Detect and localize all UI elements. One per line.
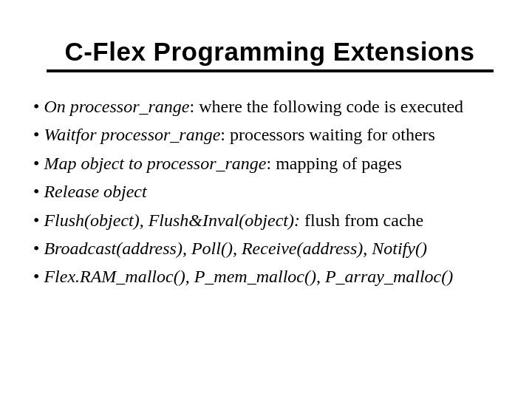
list-item: Flush(object), Flush&Inval(object): flus… <box>33 208 510 232</box>
list-item: Map object to processor_range: mapping o… <box>33 151 510 175</box>
bullet-emph: Release object <box>44 182 146 201</box>
bullet-text: : mapping of pages <box>266 154 401 173</box>
bullet-text: flush from cache <box>300 211 423 230</box>
bullet-text: : where the following code is executed <box>190 97 464 116</box>
list-item: Broadcast(address), Poll(), Receive(addr… <box>33 236 510 260</box>
bullet-emph: Flex.RAM_malloc(), P_mem_malloc(), P_arr… <box>44 267 453 286</box>
list-item: Release object <box>33 180 510 203</box>
bullet-emph: Map object to processor_range <box>44 154 266 173</box>
title-underline <box>47 69 494 72</box>
slide: C-Flex Programming Extensions On process… <box>0 0 532 399</box>
bullet-emph: Broadcast(address), Poll(), Receive(addr… <box>44 239 427 258</box>
list-item: On processor_range: where the following … <box>33 95 510 118</box>
bullet-list: On processor_range: where the following … <box>33 95 510 289</box>
bullet-emph: Waitfor processor_range <box>44 125 220 144</box>
bullet-emph: On processor_range <box>44 97 189 116</box>
list-item: Flex.RAM_malloc(), P_mem_malloc(), P_arr… <box>33 265 510 288</box>
bullet-emph: Flush(object), Flush&Inval(object): <box>44 211 300 230</box>
page-title: C-Flex Programming Extensions <box>30 37 510 66</box>
bullet-text: : processors waiting for others <box>220 125 435 144</box>
list-item: Waitfor processor_range: processors wait… <box>33 123 510 146</box>
